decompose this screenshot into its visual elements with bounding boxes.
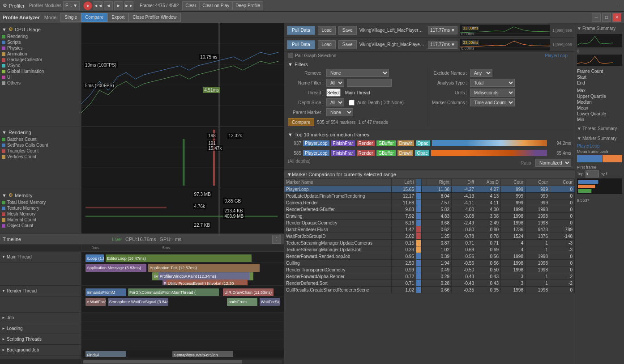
timeline-chart[interactable]: rLoop (1.6) EditorLoop (16.47ms) Applica… [81,252,284,359]
rendering-chart[interactable]: 198 191 13.32k 15.47k [81,127,284,189]
table-row[interactable]: PostLateUpdate.FinishFrameRendering 12.1… [284,193,575,199]
deep-profile-button[interactable]: Deep Profile [232,1,263,10]
table-row[interactable]: CullResults.CreateSharedRendererScene 1.… [284,287,575,293]
scroll-thumb[interactable] [83,360,242,364]
depth-select[interactable]: All [326,98,344,106]
clear-on-play-button[interactable]: Clear on Play [199,1,232,10]
legend-others: Others [2,80,79,86]
973mb-label: 97.3 MB [193,191,212,197]
prev-frame-button[interactable]: ◄ [104,1,113,10]
close-profiler-button[interactable]: Close Profiler Window [128,13,180,22]
timeline-menu[interactable]: ⋮ [272,235,281,244]
198-label: 198 [207,133,217,139]
close-button[interactable]: ✕ [612,13,621,22]
table-row[interactable]: Culling 2.50 1.94 -0.56 0.56 1998 1998 0 [284,260,575,267]
record-button[interactable]: ● [83,1,92,10]
next-frame-button[interactable]: ► [114,1,123,10]
timeline-scrollbar[interactable] [0,359,284,364]
ratio-select[interactable]: Normalized [535,159,571,167]
export-button[interactable]: Export [107,13,128,22]
mini-graph-1: 33.00ms 0.00ms [460,25,550,36]
scripting-thread[interactable]: ►Scripting Threads [0,334,81,345]
table-row[interactable]: RenderDeferred.Sort 0.71 0.28 -0.43 0.43… [284,280,575,287]
memory-chart[interactable]: 97.3 MB 0.85 GB 4.76k 213.4 KB 403.9 MB … [81,189,284,233]
top-markers-header[interactable]: ▼ Top 10 markers on median frames [284,131,575,138]
cpu-chart[interactable]: 10ms (100FPS) 5ms (200FPS) 10.75ms 4.51m… [81,23,284,126]
table-row[interactable]: TextureStreamingManager.UpdateCameras 0.… [284,240,575,246]
cpu-header[interactable]: ▼ ⚙ CPU Usage [2,25,79,34]
profiler-thread[interactable]: ►Profiler [0,356,81,359]
auto-depth-checkbox[interactable] [349,100,355,106]
step-back-button[interactable]: ◄◄ [94,1,103,10]
remove-select[interactable]: None [326,69,389,77]
rendering-header[interactable]: ▼ Rendering [2,128,79,136]
name-all-select[interactable]: All [326,79,344,87]
minimize-button[interactable]: ─ [592,13,601,22]
marker-columns-filter: Marker Columns : Time and Count [432,97,571,107]
pull-data-btn-2[interactable]: Pull Data [287,40,315,49]
table-row[interactable]: Render.OpaqueGeometry 6.16 3.68 -2.49 2.… [284,220,575,226]
loading-thread[interactable]: ►Loading [0,323,81,334]
menu-dots[interactable]: ⋮ [613,3,621,8]
pair-checkbox[interactable] [288,53,293,58]
scroll-track[interactable] [83,360,282,364]
background-job[interactable]: ►Background Job [0,345,81,356]
upper-q: Upper Quartile [577,93,622,99]
ms-dropdown-1[interactable]: 117.77ms ▼ [428,26,457,34]
table-row[interactable]: BatchRenderer.Flush 1.42 0.62 -0.80 0.80… [284,226,575,233]
maximize-button[interactable]: □ [602,13,611,22]
compare-btn[interactable]: Compare [288,118,314,126]
exclude-select[interactable]: Any [470,69,492,77]
depths-info: (All depths) Ratio : Normalized [284,158,575,168]
table-row[interactable]: Render.TransparentGeometry 0.99 0.49 -0.… [284,267,575,273]
ms-dropdown-2[interactable]: 117.77ms ▼ [428,41,457,49]
clear-button[interactable]: Clear [182,1,199,10]
job-thread[interactable]: ►Job [0,313,81,323]
pull-data-btn-1[interactable]: Pull Data [287,26,315,35]
085gb-label: 0.85 GB [223,198,242,204]
render-thread-label[interactable]: ▼ Render Thread [0,286,81,296]
frame-count: Frame Count [577,68,622,74]
single-mode-button[interactable]: Single [60,13,81,22]
analysis-select[interactable]: Total [470,79,515,87]
top-input[interactable] [586,170,599,178]
save-btn-1[interactable]: Save [338,26,357,35]
load-btn-2[interactable]: Load [318,40,336,49]
compare-mode-button[interactable]: Compare [81,13,107,22]
marker-row-0[interactable]: 937 PlayerLoop FinishFrar Render GBuffer… [284,138,575,148]
load-btn-1[interactable]: Load [318,26,336,35]
table-row[interactable]: RenderForward.RenderLoopJob 0.95 0.39 -0… [284,253,575,260]
table-row[interactable]: RenderForwardAlpha.Render 0.72 0.29 -0.4… [284,273,575,280]
marker-row-1[interactable]: 585 PlayerLoop FinishFrar Render GBuffer… [284,148,575,158]
comparison-table[interactable]: Marker Name Left l Right Diff Abs D Cour… [284,179,575,364]
mean-frame-label: Mean frame contri [577,149,622,154]
table-row[interactable]: Camera.Render 11.68 7.57 -4.11 4.11 999 … [284,199,575,206]
pair-graph-selection[interactable]: Pair Graph Selection PlayerLoop [284,52,575,59]
step-forward-button[interactable]: ►► [124,1,133,10]
profiler-modules-dropdown[interactable]: E... ▼ [63,1,80,10]
profiler-modules-section: Profiler Modules E... ▼ [29,1,80,10]
table-row[interactable]: PlayerLoop 15.65 11.38 -4.27 4.27 999 99… [284,186,575,193]
filters-header[interactable]: ▼ Filters [288,61,571,68]
table-row[interactable]: Drawing 7.92 4.83 -3.08 3.08 1998 1998 0 [284,213,575,220]
svg-rect-9 [183,139,185,186]
memory-header[interactable]: ▼ ⚙ Memory [2,191,79,199]
thread-select-btn[interactable]: Select [326,89,341,97]
markers-info: 505 of 554 markers [317,120,355,125]
table-row[interactable]: WaitForJobGroupID 2.02 1.25 -0.78 0.78 1… [284,233,575,240]
main-thread-top: rLoop (1.6) EditorLoop (16.47ms) [81,252,284,262]
save-btn-2[interactable]: Save [338,40,357,49]
legend-gi: Global Illumination [2,68,79,74]
units-select[interactable]: Milliseconds [470,89,515,97]
parent-select[interactable]: None [326,108,353,116]
name-filter-input[interactable] [347,79,392,87]
svg-rect-16 [578,185,595,188]
remove-filter: Remove : None [288,68,427,78]
5ms-label: 5ms (200FPS) [84,83,115,89]
legend-total-mem: Total Used Memory [2,199,79,205]
table-row[interactable]: TextureStreamingManager.UpdateJob 0.33 1… [284,246,575,253]
table-row[interactable]: RenderDeferred.GBuffer 9.83 5.82 -4.00 4… [284,206,575,213]
main-thread-label[interactable]: ▼ Main Thread [0,252,81,262]
marker-columns-select[interactable]: Time and Count [470,98,515,106]
svg-rect-15 [578,180,598,184]
